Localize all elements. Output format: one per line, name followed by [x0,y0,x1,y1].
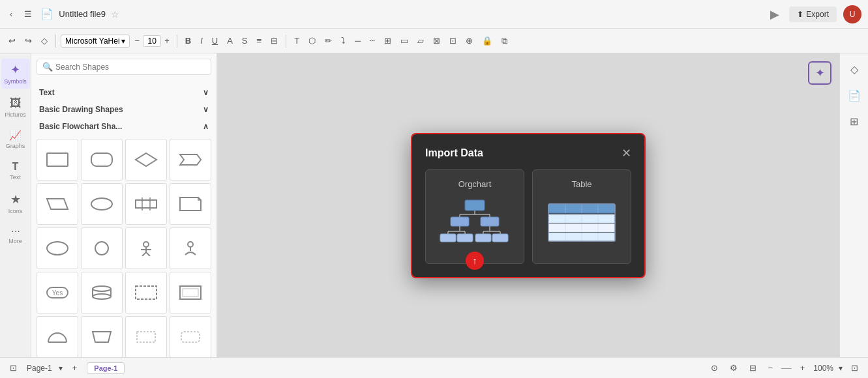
sidebar-item-icons[interactable]: ★ Icons [1,188,30,218]
lock-button[interactable]: 🔒 [479,34,496,48]
menu-button[interactable]: ☰ [21,7,35,21]
svg-point-11 [95,242,108,255]
title-bar-right: ▶ ⬆ Export U [767,5,861,23]
shape-cylinder[interactable] [81,272,123,313]
svg-rect-42 [492,234,508,242]
sidebar-item-graphs[interactable]: 📈 Graphs [1,126,30,153]
play-button[interactable]: ▶ [767,5,783,23]
shape-actor[interactable] [170,227,211,269]
shape-circle[interactable] [81,227,123,269]
sidebar-item-text[interactable]: T Text [1,157,30,184]
search-box[interactable]: 🔍 [37,59,211,75]
avatar[interactable]: U [843,5,861,23]
section-text-header[interactable]: Text ∨ [37,84,211,101]
underline-button[interactable]: U [209,34,221,48]
zoom-in-button[interactable]: + [797,361,809,375]
orgchart-label: Orgchart [458,179,492,189]
line-button[interactable]: ─ [352,34,364,48]
align-button[interactable]: ≡ [254,34,265,48]
sidebar-toggle-button[interactable]: ⊡ [7,361,20,375]
shape-rect-dashed[interactable] [125,272,167,313]
zoom-track: ── [781,364,792,372]
fit-page-button[interactable]: ⊡ [848,361,861,375]
shape-rounded-rect[interactable] [81,139,123,181]
redo-button[interactable]: ↪ [22,34,35,48]
modal-close-button[interactable]: ✕ [621,147,631,159]
shape-ellipse[interactable] [37,227,78,269]
sidebar-item-more[interactable]: ⋯ More [1,222,30,248]
settings-button[interactable]: ⚙ [726,361,741,375]
section-flowchart-header[interactable]: Basic Flowchart Sha... ∧ [37,118,211,135]
shape-parallelogram[interactable] [37,183,78,225]
modal-option-orgchart[interactable]: Orgchart [425,169,524,264]
zoom-dropdown-icon: ▾ [839,364,843,373]
section-basic-drawing-label: Basic Drawing Shapes [39,105,123,114]
shape-trapezoid[interactable] [81,316,123,357]
shape-person[interactable] [125,227,167,269]
pen-button[interactable]: ✏ [322,34,335,48]
add-page-button[interactable]: + [69,361,81,375]
search-input[interactable] [55,63,205,72]
font-size-value[interactable]: 10 [143,35,161,47]
text-format-button[interactable]: T [291,34,303,48]
sidebar-item-pictures[interactable]: 🖼 Pictures [1,93,30,122]
font-size-increase[interactable]: + [162,35,172,46]
split-view-button[interactable]: ⊟ [746,361,760,375]
shape-yes[interactable]: Yes [37,272,78,313]
font-size-decrease[interactable]: − [132,35,143,46]
shape-chevron[interactable] [170,139,211,181]
shape-rectangle[interactable] [37,139,78,181]
pages-panel-button[interactable]: 📄 [844,85,865,106]
font-color-button[interactable]: A [224,34,236,48]
container1-button[interactable]: ▭ [397,34,412,48]
valign-button[interactable]: ⊟ [267,34,281,48]
shape-fill-button[interactable]: ⬡ [305,34,319,48]
extra-button[interactable]: ⧉ [498,34,511,48]
format-button[interactable]: ◇ [844,59,865,80]
waypoint-button[interactable]: ⊞ [381,34,395,48]
active-page-tab[interactable]: Page-1 [87,362,125,374]
font-name-label: Microsoft YaHei [65,36,120,46]
zoom-out-button[interactable]: − [765,361,777,375]
file-title: Untitled file9 [59,9,106,19]
svg-rect-27 [183,289,198,297]
shape-diamond[interactable] [125,139,167,181]
zoom-toggle-button[interactable]: ⊙ [708,361,721,375]
bottom-bar: ⊡ Page-1 ▾ + Page-1 ⊙ ⚙ ⊟ − ── + 100% ▾ … [0,357,868,378]
shape-stadium[interactable] [81,183,123,225]
panel-content: Text ∨ Basic Drawing Shapes ∨ Basic Flow… [31,80,217,357]
arrange1-button[interactable]: ⊠ [430,34,443,48]
dash-button[interactable]: ┄ [367,34,378,48]
grid-button[interactable]: ⊞ [844,111,865,132]
svg-marker-29 [93,332,111,342]
svg-point-24 [93,294,111,299]
shape-frame[interactable] [170,272,211,313]
arrange2-button[interactable]: ⊡ [446,34,460,48]
sidebar-search-area: 🔍 [31,53,217,80]
group-button[interactable]: ⊕ [462,34,476,48]
undo-button[interactable]: ↩ [5,34,19,48]
shape-half-circle[interactable] [37,316,78,357]
section-basic-drawing-header[interactable]: Basic Drawing Shapes ∨ [37,101,211,118]
sidebar-item-symbols[interactable]: ✦ Symbols [1,59,30,89]
bold-button[interactable]: B [182,34,194,48]
modal-option-table[interactable]: Table [532,169,631,264]
star-icon[interactable]: ☆ [111,9,119,20]
container2-button[interactable]: ▱ [414,34,427,48]
shape-rect-rounded2[interactable] [170,316,211,357]
strikethrough-button[interactable]: S [239,34,251,48]
connector-button[interactable]: ⤵ [338,34,349,48]
shape-note[interactable] [170,183,211,225]
export-button[interactable]: ⬆ Export [789,7,837,22]
svg-rect-34 [481,217,499,226]
style-button[interactable]: ◇ [38,34,51,48]
shape-rect-open[interactable] [125,316,167,357]
italic-button[interactable]: I [197,34,206,48]
modal-title: Import Data [425,147,483,159]
canvas-area[interactable]: ✦ Import Data ✕ Orgchart [217,53,839,357]
main-layout: ✦ Symbols 🖼 Pictures 📈 Graphs T Text ★ I… [0,53,868,357]
font-selector[interactable]: Microsoft YaHei ▾ [61,35,130,48]
pictures-label: Pictures [5,111,26,118]
shape-rect-gap[interactable] [125,183,167,225]
back-button[interactable]: ‹ [7,7,16,21]
